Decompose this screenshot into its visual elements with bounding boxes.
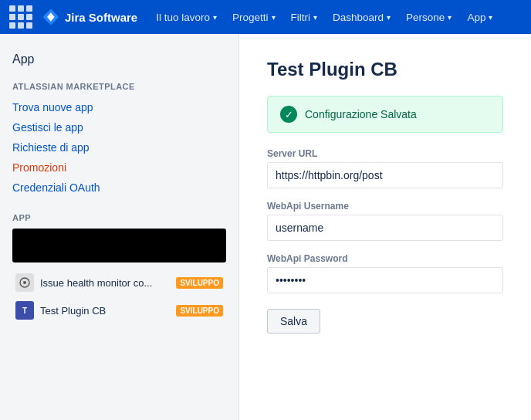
jira-logo[interactable]: Jira Software xyxy=(42,8,137,26)
sidebar-app-section: APP Issue health monitor co... SVILUPPO … xyxy=(12,213,226,324)
webapi-username-input[interactable] xyxy=(267,215,503,241)
nav-item-persone[interactable]: Persone ▾ xyxy=(400,0,458,34)
username-label: WebApi Username xyxy=(267,201,503,212)
success-banner: ✓ Configurazione Salvata xyxy=(267,96,503,133)
sidebar-item-trova-nuove-app[interactable]: Trova nuove app xyxy=(12,97,226,117)
password-label: WebApi Password xyxy=(267,253,503,264)
chevron-down-icon: ▾ xyxy=(313,13,317,22)
webapi-password-input[interactable] xyxy=(267,267,503,293)
chevron-down-icon: ▾ xyxy=(272,13,276,22)
chevron-down-icon: ▾ xyxy=(213,13,217,22)
sidebar-section-app: APP xyxy=(12,213,226,222)
save-button[interactable]: Salva xyxy=(267,309,320,334)
server-url-label: Server URL xyxy=(267,148,503,159)
sidebar-item-richieste-di-app[interactable]: Richieste di app xyxy=(12,137,226,158)
server-url-group: Server URL xyxy=(267,148,503,188)
nav-item-app[interactable]: App ▾ xyxy=(461,0,499,34)
main-content: Test Plugin CB ✓ Configurazione Salvata … xyxy=(239,34,531,420)
chevron-down-icon: ▾ xyxy=(448,13,452,22)
success-message: Configurazione Salvata xyxy=(305,108,417,120)
issue-health-monitor-badge: SVILUPPO xyxy=(176,277,223,289)
sidebar-item-test-plugin-cb[interactable]: T Test Plugin CB SVILUPPO xyxy=(12,296,226,324)
server-url-input[interactable] xyxy=(267,162,503,188)
username-group: WebApi Username xyxy=(267,201,503,241)
sidebar-item-promozioni[interactable]: Promozioni xyxy=(12,158,226,178)
test-plugin-cb-name: Test Plugin CB xyxy=(40,305,170,317)
sidebar-item-issue-health-monitor[interactable]: Issue health monitor co... SVILUPPO xyxy=(12,269,226,296)
sidebar-section-atlassian: ATLASSIAN MARKETPLACE xyxy=(12,82,226,91)
chevron-down-icon: ▾ xyxy=(489,13,492,22)
page-title: Test Plugin CB xyxy=(267,59,503,80)
plugin-banner-image xyxy=(12,229,226,262)
sidebar-item-gestisci-le-app[interactable]: Gestisci le app xyxy=(12,117,226,137)
success-check-icon: ✓ xyxy=(280,106,297,123)
svg-point-0 xyxy=(23,281,26,284)
password-group: WebApi Password xyxy=(267,253,503,293)
page-layout: App ATLASSIAN MARKETPLACE Trova nuove ap… xyxy=(0,34,531,420)
nav-item-filtri[interactable]: Filtri ▾ xyxy=(285,0,324,34)
issue-health-monitor-name: Issue health monitor co... xyxy=(40,277,170,289)
nav-item-progetti[interactable]: Progetti ▾ xyxy=(226,0,282,34)
test-plugin-cb-badge: SVILUPPO xyxy=(176,305,223,317)
sidebar: App ATLASSIAN MARKETPLACE Trova nuove ap… xyxy=(0,34,239,420)
sidebar-item-credenziali-oauth[interactable]: Credenziali OAuth xyxy=(12,178,226,198)
test-plugin-cb-icon: T xyxy=(15,301,34,320)
chevron-down-icon: ▾ xyxy=(387,13,391,22)
app-switcher-icon[interactable] xyxy=(9,5,32,29)
logo-text: Jira Software xyxy=(65,11,137,24)
issue-health-monitor-icon xyxy=(15,273,34,292)
nav-item-il-tuo-lavoro[interactable]: Il tuo lavoro ▾ xyxy=(150,0,223,34)
top-navigation: Jira Software Il tuo lavoro ▾ Progetti ▾… xyxy=(0,0,531,34)
nav-item-dashboard[interactable]: Dashboard ▾ xyxy=(326,0,397,34)
sidebar-title: App xyxy=(12,52,226,66)
